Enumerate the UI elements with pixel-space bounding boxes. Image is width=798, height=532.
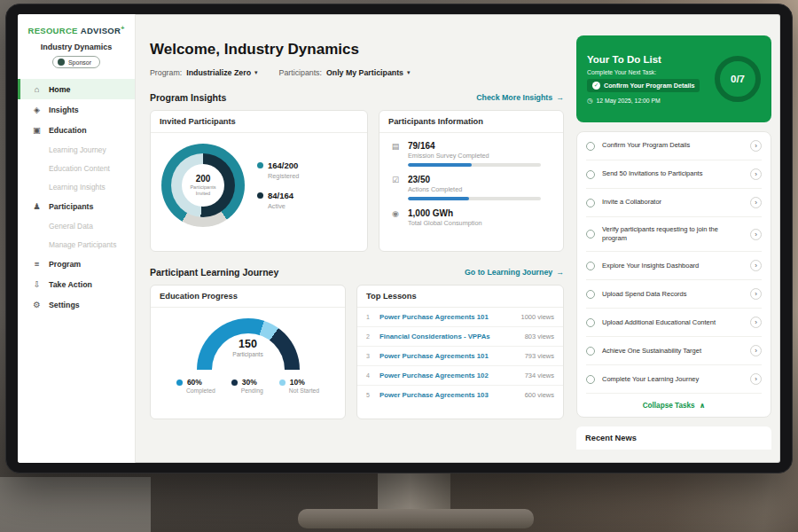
lesson-rank: 5 — [366, 392, 372, 398]
collapse-tasks-button[interactable]: Collapse Tasks ∧ — [586, 394, 762, 417]
chevron-right-icon[interactable]: › — [750, 168, 762, 180]
sidebar-item-education[interactable]: ▣ Education — [18, 120, 135, 140]
sidebar-item-label: Education — [49, 126, 87, 135]
progress-fill — [408, 163, 472, 167]
participants-filter-dropdown[interactable]: Participants: Only My Participants ▾ — [279, 68, 411, 77]
sidebar-item-learning-journey[interactable]: Learning Journey — [18, 140, 135, 159]
gauge-center-value: 150 — [197, 338, 300, 350]
sidebar-item-participants[interactable]: ♟ Participants — [18, 196, 135, 216]
sidebar-item-settings[interactable]: ⚙ Settings — [18, 294, 135, 315]
sidebar-item-take-action[interactable]: ⇩ Take Action — [18, 274, 135, 294]
task-row[interactable]: Confirm Your Program Details › — [586, 132, 762, 160]
sidebar-item-general-data[interactable]: General Data — [18, 216, 135, 235]
gauge-center-label: Participants — [197, 351, 300, 357]
chevron-right-icon[interactable]: › — [750, 260, 762, 271]
task-checkbox[interactable] — [586, 199, 595, 207]
chevron-right-icon[interactable]: › — [750, 229, 762, 240]
task-row[interactable]: Send 50 Invitations to Participants › — [586, 160, 762, 189]
lesson-row[interactable]: 1 Power Purchase Agreements 101 1000 vie… — [357, 308, 563, 327]
chevron-right-icon[interactable]: › — [750, 197, 762, 208]
legend-label: Active — [268, 202, 299, 210]
card-title: Education Progress — [151, 286, 345, 308]
task-label: Send 50 Invitations to Participants — [602, 169, 743, 178]
task-checkbox[interactable] — [586, 347, 595, 356]
info-label: Emission Survey Completed — [408, 152, 552, 160]
task-row[interactable]: Invite a Collaborator › — [586, 189, 762, 217]
lesson-views: 1000 views — [520, 313, 554, 321]
task-checkbox[interactable] — [586, 262, 595, 270]
lesson-row[interactable]: 2 Financial Considerations - VPPAs 803 v… — [357, 327, 563, 347]
location-pin-icon: ◉ — [390, 208, 401, 227]
lesson-link[interactable]: Financial Considerations - VPPAs — [379, 332, 518, 340]
sidebar-item-education-content[interactable]: Education Content — [18, 159, 135, 177]
lesson-link[interactable]: Power Purchase Agreements 103 — [379, 391, 518, 399]
sidebar-item-insights[interactable]: ◈ Insights — [18, 99, 135, 120]
legend-value: 30% — [242, 378, 257, 387]
info-value: 79/164 — [408, 141, 552, 151]
sidebar-item-label: General Data — [49, 222, 93, 231]
task-label: Achieve One Sustainability Target — [602, 347, 743, 356]
task-row[interactable]: Complete Your Learning Journey › — [586, 365, 762, 394]
task-row[interactable]: Achieve One Sustainability Target › — [586, 337, 762, 365]
sidebar-item-home[interactable]: ⌂ Home — [18, 79, 135, 99]
task-checkbox[interactable] — [586, 170, 595, 179]
chevron-right-icon[interactable]: › — [750, 345, 762, 356]
chevron-right-icon[interactable]: › — [750, 373, 762, 385]
lesson-row[interactable]: 3 Power Purchase Agreements 101 793 view… — [357, 347, 563, 366]
sidebar-item-program[interactable]: ≡ Program — [18, 254, 135, 274]
task-row[interactable]: Upload Additional Educational Content › — [586, 309, 762, 337]
legend-value: 84/164 — [268, 191, 293, 200]
chevron-right-icon[interactable]: › — [750, 140, 762, 152]
legend-value: 164/200 — [268, 160, 298, 170]
brand-logo: RESOURCEADVISOR+ — [18, 14, 135, 35]
info-row-consumption: ◉ 1,000 GWh Total Global Consumption — [390, 208, 552, 227]
lesson-rank: 2 — [366, 333, 372, 340]
next-task-label: Confirm Your Program Details — [604, 82, 694, 90]
todo-tasks-card: Confirm Your Program Details › Send 50 I… — [576, 131, 771, 418]
task-row[interactable]: Explore Your Insights Dashboard › — [586, 252, 762, 280]
task-label: Complete Your Learning Journey — [602, 375, 743, 384]
legend-label: Not Started — [289, 387, 319, 394]
task-checkbox[interactable] — [586, 142, 595, 151]
task-row[interactable]: Upload Spend Data Records › — [586, 280, 762, 309]
sidebar-item-label: Manage Participants — [49, 240, 116, 249]
sidebar-item-manage-participants[interactable]: Manage Participants — [18, 235, 135, 254]
task-checkbox[interactable] — [586, 375, 595, 384]
info-label: Total Global Consumption — [408, 219, 552, 227]
check-more-insights-link[interactable]: Check More Insights → — [476, 93, 564, 102]
education-gauge-wrap: 150 Participants — [197, 318, 300, 370]
program-icon: ≡ — [32, 259, 42, 269]
lesson-link[interactable]: Power Purchase Agreements 101 — [379, 352, 518, 360]
program-filter-dropdown[interactable]: Program: Industrialize Zero ▾ — [150, 68, 258, 77]
program-filter-value: Industrialize Zero — [186, 68, 251, 77]
info-card-body: ▤ 79/164 Emission Survey Completed ☑ 2 — [379, 133, 563, 235]
lesson-link[interactable]: Power Purchase Agreements 101 — [379, 313, 513, 321]
monitor-stand-neck — [378, 473, 450, 512]
brand-plus: + — [121, 25, 124, 31]
task-row[interactable]: Verify participants requesting to join t… — [586, 217, 762, 252]
due-row: ◷ 12 May 2025, 12:00 PM — [587, 97, 711, 105]
task-checkbox[interactable] — [586, 290, 595, 299]
go-to-learning-journey-link[interactable]: Go to Learning Journey → — [465, 268, 564, 277]
chevron-right-icon[interactable]: › — [750, 288, 762, 300]
sidebar-item-learning-insights[interactable]: Learning Insights — [18, 177, 135, 196]
lesson-views: 793 views — [525, 352, 554, 360]
legend-dot — [257, 192, 263, 199]
brand-name-resource: RESOURCE — [27, 26, 77, 35]
task-label: Upload Additional Educational Content — [602, 318, 743, 327]
sidebar-item-label: Learning Journey — [49, 145, 106, 154]
lesson-row[interactable]: 5 Power Purchase Agreements 103 600 view… — [357, 386, 563, 404]
main-content: Welcome, Industry Dynamics Program: Indu… — [136, 14, 578, 463]
info-value: 1,000 GWh — [408, 208, 552, 218]
todo-panel: Your To Do List Complete Your Next Task:… — [576, 14, 780, 463]
participants-filter-value: Only My Participants — [326, 68, 403, 77]
task-checkbox[interactable] — [586, 230, 595, 239]
checklist-icon: ☑ — [390, 175, 401, 200]
lesson-row[interactable]: 4 Power Purchase Agreements 102 734 view… — [357, 366, 563, 386]
chevron-right-icon[interactable]: › — [750, 317, 762, 328]
learning-journey-header: Participant Learning Journey Go to Learn… — [150, 267, 564, 278]
next-task-pill: ✓ Confirm Your Program Details — [587, 79, 700, 92]
task-checkbox[interactable] — [586, 318, 595, 327]
lesson-link[interactable]: Power Purchase Agreements 102 — [379, 372, 518, 379]
learning-journey-title: Participant Learning Journey — [150, 267, 278, 278]
